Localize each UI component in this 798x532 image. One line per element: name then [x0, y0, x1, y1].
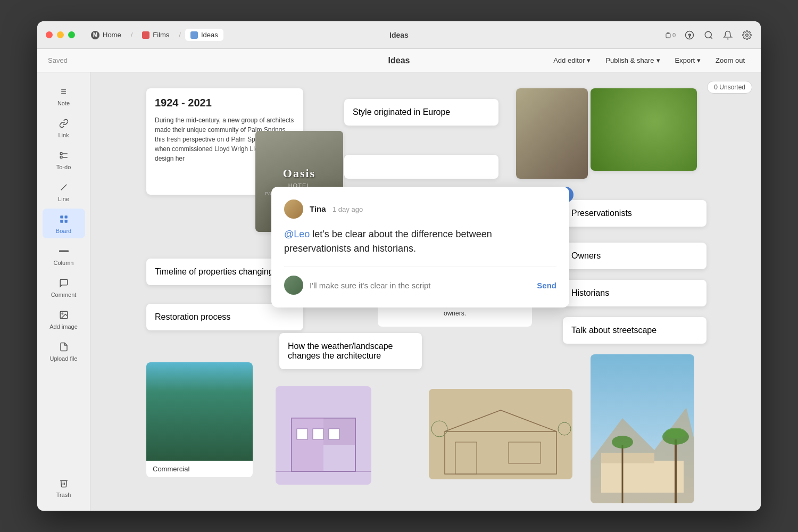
architect-photo[interactable] — [516, 88, 588, 179]
svg-rect-23 — [329, 429, 339, 439]
toolbar: Saved Ideas Add editor ▾ Publish & share… — [37, 49, 761, 72]
saved-status: Saved — [48, 56, 68, 64]
sidebar: ≡ Note Link To-do Line — [37, 72, 90, 511]
sidebar-item-board-label: Board — [56, 228, 71, 234]
close-button[interactable] — [46, 31, 53, 38]
maximize-button[interactable] — [68, 31, 75, 38]
svg-rect-22 — [313, 429, 323, 439]
bell-icon[interactable] — [722, 30, 733, 40]
svg-rect-8 — [60, 156, 62, 159]
page-title: Ideas — [388, 56, 410, 65]
sidebar-item-board[interactable]: Board — [43, 209, 85, 238]
streetscape-card[interactable]: Talk about streetscape — [563, 317, 706, 344]
restoration-card[interactable]: Restoration process — [146, 304, 303, 330]
films-icon — [142, 31, 149, 39]
link-icon — [57, 117, 70, 130]
window-title: Ideas — [389, 31, 409, 39]
svg-rect-11 — [64, 215, 67, 218]
weather-card[interactable]: How the weather/landscape changes the ar… — [279, 333, 422, 369]
svg-point-4 — [705, 31, 711, 38]
author-avatar — [284, 200, 303, 219]
sidebar-item-todo-label: To-do — [56, 164, 71, 170]
timeline-text: Timeline of properties changing — [155, 267, 273, 276]
svg-text:?: ? — [688, 32, 691, 38]
sidebar-item-note-label: Note — [57, 100, 70, 106]
svg-rect-36 — [601, 461, 684, 493]
comment-mention[interactable]: @Leo — [284, 229, 310, 239]
sidebar-item-column[interactable]: Column — [43, 240, 85, 270]
sidebar-item-link-label: Link — [58, 132, 69, 138]
sidebar-item-column-label: Column — [54, 260, 74, 266]
sidebar-item-upload-file[interactable]: Upload file — [43, 336, 85, 366]
home-icon: M — [91, 31, 99, 39]
zoom-out-button[interactable]: Zoom out — [710, 54, 750, 66]
canvas[interactable]: 0 Unsorted 1924 - 2021 During the mid-ce… — [90, 72, 761, 511]
comment-modal: Tina 1 day ago @Leo let's be clear about… — [271, 187, 569, 307]
note-icon: ≡ — [57, 85, 70, 98]
tab-films[interactable]: Films — [137, 29, 174, 41]
svg-rect-14 — [59, 251, 69, 252]
sidebar-item-comment[interactable]: Comment — [43, 272, 85, 302]
sidebar-item-note[interactable]: ≡ Note — [43, 81, 85, 111]
restoration-text: Restoration process — [155, 312, 230, 321]
sidebar-item-line-label: Line — [58, 196, 69, 202]
comment-body: @Leo let's be clear about the difference… — [284, 227, 556, 256]
svg-rect-37 — [601, 453, 654, 463]
preservationists-card[interactable]: Preservationists — [563, 200, 706, 227]
search-icon[interactable] — [703, 30, 714, 40]
bauhaus-card[interactable] — [276, 386, 371, 485]
sidebar-item-trash-label: Trash — [56, 492, 71, 498]
svg-line-5 — [710, 37, 712, 38]
style-card[interactable]: Style originated in Europe — [344, 99, 498, 126]
settings-icon[interactable] — [742, 30, 752, 40]
sidebar-item-todo[interactable]: To-do — [43, 145, 85, 174]
reply-input[interactable] — [310, 281, 530, 290]
svg-point-42 — [612, 436, 633, 448]
sidebar-item-trash[interactable]: Trash — [43, 472, 85, 502]
toolbar-actions: Add editor ▾ Publish & share ▾ Export ▾ … — [548, 54, 750, 66]
comment-time: 1 day ago — [332, 205, 363, 213]
help-icon[interactable]: ? — [684, 30, 695, 40]
tab-films-label: Films — [153, 31, 169, 39]
cactus-photo[interactable] — [591, 88, 697, 171]
sidebar-item-comment-label: Comment — [51, 292, 77, 298]
add-editor-button[interactable]: Add editor ▾ — [548, 54, 596, 66]
commercial-label: Commercial — [146, 461, 253, 477]
line-icon — [57, 181, 70, 194]
owners-text: Owners — [571, 251, 601, 260]
svg-rect-7 — [60, 153, 62, 155]
svg-rect-19 — [292, 418, 323, 471]
unsorted-badge: 0 Unsorted — [707, 81, 752, 94]
reply-avatar — [284, 276, 303, 295]
comment-text-content: let's be clear about the difference betw… — [284, 229, 492, 254]
sidebar-item-add-image[interactable]: Add image — [43, 304, 85, 334]
tab-home[interactable]: M Home — [86, 29, 127, 41]
palm-springs-photo[interactable] — [591, 354, 694, 503]
style-sub-card[interactable] — [344, 155, 498, 179]
sidebar-item-link[interactable]: Link — [43, 113, 85, 143]
preservationists-text: Preservationists — [571, 209, 632, 218]
export-button[interactable]: Export ▾ — [670, 54, 706, 66]
historians-text: Historians — [571, 288, 609, 297]
owners-card[interactable]: Owners — [563, 243, 706, 269]
clipboard-icon[interactable]: 0 — [665, 30, 676, 40]
sidebar-item-line[interactable]: Line — [43, 177, 85, 206]
comment-author-info: Tina 1 day ago — [310, 204, 363, 214]
titlebar-actions: 0 ? — [665, 30, 752, 40]
comment-header: Tina 1 day ago — [284, 200, 556, 219]
historians-card[interactable]: Historians — [563, 280, 706, 306]
traffic-lights — [46, 31, 75, 38]
house-sketch-card[interactable] — [429, 389, 572, 479]
publish-share-button[interactable]: Publish & share ▾ — [600, 54, 665, 66]
commercial-card[interactable]: Commercial — [146, 362, 253, 485]
tab-ideas[interactable]: Ideas — [185, 29, 223, 41]
clipboard-count: 0 — [672, 32, 676, 38]
comment-reply-area: Send — [284, 267, 556, 295]
main-layout: ≡ Note Link To-do Line — [37, 72, 761, 511]
ideas-icon — [190, 31, 198, 39]
svg-rect-12 — [60, 220, 63, 223]
send-button[interactable]: Send — [537, 281, 556, 290]
svg-line-9 — [61, 185, 66, 190]
svg-rect-1 — [666, 34, 670, 38]
minimize-button[interactable] — [57, 31, 64, 38]
